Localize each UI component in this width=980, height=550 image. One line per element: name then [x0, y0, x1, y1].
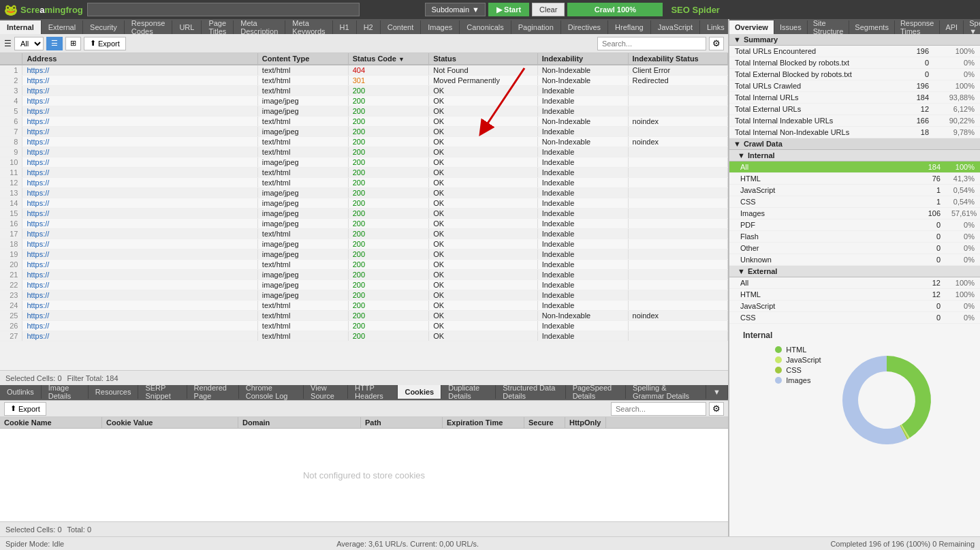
internal-crawl-row[interactable]: Other 0 0%	[729, 243, 980, 254]
filter-dropdown[interactable]: All	[14, 37, 44, 50]
url-input[interactable]	[87, 3, 360, 16]
btm-tab-renderedpage[interactable]: Rendered Page	[187, 385, 239, 399]
table-row[interactable]: 14 https:// image/jpeg 200 OK Indexable	[0, 198, 728, 209]
table-row[interactable]: 19 https:// image/jpeg 200 OK Indexable	[0, 249, 728, 260]
btm-tab-chromeconsolelog[interactable]: Chrome Console Log	[239, 385, 304, 399]
nav-tab-internal[interactable]: Internal	[0, 20, 42, 34]
table-row[interactable]: 5 https:// image/jpeg 200 OK Indexable	[0, 106, 728, 117]
table-row[interactable]: 2 https:// text/html 301 Moved Permanent…	[0, 76, 728, 86]
table-row[interactable]: 21 https:// image/jpeg 200 OK Indexable	[0, 270, 728, 280]
table-row[interactable]: 9 https:// text/html 200 OK Indexable	[0, 147, 728, 157]
internal-crawl-row[interactable]: Flash 0 0%	[729, 231, 980, 243]
chart-segment[interactable]	[887, 356, 931, 438]
nav-tab-external[interactable]: External	[42, 20, 83, 34]
btm-tab-httpheaders[interactable]: HTTP Headers	[348, 385, 398, 399]
right-tab-sitestructure[interactable]: Site Structure	[808, 20, 850, 34]
table-row[interactable]: 22 https:// image/jpeg 200 OK Indexable	[0, 280, 728, 290]
crawl-data-header[interactable]: ▼ Crawl Data	[729, 138, 980, 150]
btm-tab-[interactable]: ▼	[706, 385, 728, 399]
nav-tab-directives[interactable]: Directives	[561, 20, 608, 34]
right-tab-responsetimes[interactable]: Response Times	[895, 20, 941, 34]
table-row[interactable]: 24 https:// text/html 200 OK Indexable	[0, 301, 728, 311]
nav-tab-url[interactable]: URL	[172, 20, 202, 34]
table-row[interactable]: 1 https:// text/html 404 Not Found Non-I…	[0, 65, 728, 76]
btm-tab-duplicatedetails[interactable]: Duplicate Details	[441, 385, 496, 399]
crawl-progress-button[interactable]: Crawl 100%	[567, 3, 663, 16]
start-button[interactable]: ▶ Start	[488, 3, 529, 16]
col-content-type[interactable]: Content Type	[257, 53, 348, 65]
nav-tab-links[interactable]: Links	[700, 20, 728, 34]
nav-tab-security[interactable]: Security	[83, 20, 125, 34]
nav-tab-javascript[interactable]: JavaScript	[651, 20, 700, 34]
table-row[interactable]: 7 https:// image/jpeg 200 OK Indexable	[0, 127, 728, 137]
right-tab-spel[interactable]: Spel ▼	[964, 20, 980, 34]
right-tab-api[interactable]: API	[940, 20, 964, 34]
bottom-search-input[interactable]	[611, 402, 706, 416]
main-table-scroll[interactable]: Address Content Type Status Code ▼ Statu…	[0, 53, 728, 370]
table-row[interactable]: 12 https:// text/html 200 OK Indexable	[0, 178, 728, 188]
internal-crawl-row[interactable]: Unknown 0 0%	[729, 254, 980, 266]
bottom-filter-button[interactable]: ⚙	[709, 402, 724, 416]
table-row[interactable]: 10 https:// image/jpeg 200 OK Indexable	[0, 157, 728, 168]
summary-header[interactable]: ▼ Summary	[729, 34, 980, 46]
table-row[interactable]: 6 https:// text/html 200 OK Non-Indexabl…	[0, 117, 728, 127]
right-tab-overview[interactable]: Overview	[729, 20, 774, 34]
table-row[interactable]: 15 https:// image/jpeg 200 OK Indexable	[0, 209, 728, 219]
right-tab-issues[interactable]: Issues	[774, 20, 808, 34]
table-row[interactable]: 23 https:// image/jpeg 200 OK Indexable	[0, 290, 728, 301]
table-row[interactable]: 20 https:// text/html 200 OK Indexable	[0, 260, 728, 270]
clear-button[interactable]: Clear	[532, 3, 565, 16]
nav-tab-images[interactable]: Images	[421, 20, 460, 34]
export-button[interactable]: ⬆ Export	[84, 37, 126, 50]
table-row[interactable]: 26 https:// text/html 200 OK Indexable	[0, 321, 728, 331]
internal-crawl-row[interactable]: CSS 1 0,54%	[729, 196, 980, 208]
col-address[interactable]: Address	[22, 53, 257, 65]
table-row[interactable]: 16 https:// image/jpeg 200 OK Indexable	[0, 219, 728, 229]
table-row[interactable]: 11 https:// text/html 200 OK Indexable	[0, 168, 728, 178]
search-input[interactable]	[597, 37, 706, 50]
nav-tab-pagination[interactable]: Pagination	[511, 20, 561, 34]
btm-tab-imagedetails[interactable]: Image Details	[42, 385, 89, 399]
table-row[interactable]: 8 https:// text/html 200 OK Non-Indexabl…	[0, 137, 728, 147]
btm-tab-serpsnippet[interactable]: SERP Snippet	[138, 385, 187, 399]
nav-tab-pagetitles[interactable]: Page Titles	[202, 20, 234, 34]
btm-tab-cookies[interactable]: Cookies	[398, 385, 441, 399]
external-subheader[interactable]: ▼ External	[729, 266, 980, 277]
table-row[interactable]: 13 https:// image/jpeg 200 OK Indexable	[0, 188, 728, 198]
internal-crawl-row[interactable]: Images 106 57,61%	[729, 208, 980, 219]
btm-tab-outlinks[interactable]: Outlinks	[0, 385, 42, 399]
nav-tab-canonicals[interactable]: Canonicals	[460, 20, 511, 34]
grid-view-button[interactable]: ⊞	[65, 37, 81, 50]
bottom-export-button[interactable]: ⬆ Export	[4, 402, 46, 416]
external-crawl-row[interactable]: HTML 12 100%	[729, 289, 980, 301]
table-row[interactable]: 4 https:// image/jpeg 200 OK Indexable	[0, 96, 728, 106]
external-crawl-row[interactable]: All 12 100%	[729, 277, 980, 289]
external-crawl-row[interactable]: JavaScript 0 0%	[729, 301, 980, 312]
nav-tab-responsecodes[interactable]: Response Codes	[125, 20, 173, 34]
nav-tab-hreflang[interactable]: Hreflang	[608, 20, 651, 34]
btm-tab-resources[interactable]: Resources	[89, 385, 139, 399]
table-row[interactable]: 17 https:// text/html 200 OK Indexable	[0, 229, 728, 239]
nav-tab-h[interactable]: H2	[357, 20, 381, 34]
col-indexability[interactable]: Indexability	[537, 53, 628, 65]
filter-options-button[interactable]: ⚙	[709, 37, 724, 50]
nav-tab-h[interactable]: H1	[333, 20, 357, 34]
col-status[interactable]: Status	[429, 53, 537, 65]
col-indexability-status[interactable]: Indexability Status	[628, 53, 727, 65]
internal-subheader[interactable]: ▼ Internal	[729, 150, 980, 162]
btm-tab-structureddatadetails[interactable]: Structured Data Details	[496, 385, 565, 399]
internal-crawl-row[interactable]: All 184 100%	[729, 162, 980, 173]
btm-tab-spellinggrammardetails[interactable]: Spelling & Grammar Details	[626, 385, 706, 399]
nav-tab-metadescription[interactable]: Meta Description	[234, 20, 285, 34]
btm-tab-pagespeeddetails[interactable]: PageSpeed Details	[566, 385, 626, 399]
table-row[interactable]: 25 https:// text/html 200 OK Non-Indexab…	[0, 311, 728, 321]
internal-crawl-row[interactable]: JavaScript 1 0,54%	[729, 185, 980, 196]
internal-crawl-row[interactable]: PDF 0 0%	[729, 219, 980, 231]
nav-tab-content[interactable]: Content	[381, 20, 422, 34]
external-crawl-row[interactable]: CSS 0 0%	[729, 312, 980, 324]
table-row[interactable]: 27 https:// text/html 200 OK Indexable	[0, 331, 728, 341]
nav-tab-metakeywords[interactable]: Meta Keywords	[285, 20, 332, 34]
list-view-button[interactable]: ☰	[46, 37, 63, 50]
col-status-code[interactable]: Status Code ▼	[348, 53, 428, 65]
table-row[interactable]: 18 https:// image/jpeg 200 OK Indexable	[0, 239, 728, 249]
